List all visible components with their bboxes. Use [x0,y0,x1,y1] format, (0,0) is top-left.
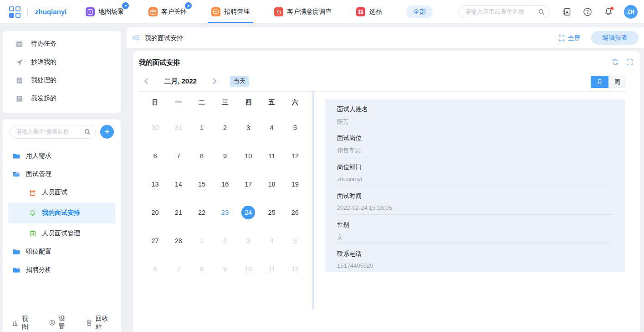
calendar-day[interactable]: 4 [260,227,283,255]
calendar-day[interactable]: 22 [190,198,213,227]
calendar-day[interactable]: 10 [237,142,260,170]
calendar-day[interactable]: 20 [143,198,167,227]
calendar-day[interactable]: 8 [190,255,213,283]
tree-item[interactable]: 职位配置 [3,243,121,261]
calendar-day[interactable]: 2 [214,114,237,142]
apps-grid-logo-icon[interactable] [9,6,20,17]
tree-item[interactable]: 我的面试安排 [8,202,115,223]
calendar-day[interactable]: 3 [237,227,260,255]
app-tab[interactable]: 客户关怀 [148,0,187,23]
calendar-day[interactable]: 26 [283,198,307,227]
app-tab[interactable]: 7地图场景 [86,0,124,23]
workspace-name[interactable]: zhuqianyi [35,8,66,16]
calendar-day[interactable]: 17 [237,170,260,198]
add-button[interactable]: + [100,125,114,139]
tree-item[interactable]: 人员面试 [3,183,121,202]
chevron-right-icon[interactable] [211,78,218,85]
field-value: zhuqianyi [337,176,613,182]
footer-item-label: 视图 [22,315,32,331]
sidebar-search-input[interactable] [10,125,96,139]
view-toggle: 月 周 [591,76,626,88]
calendar-day[interactable]: 11 [260,255,283,283]
calendar-day[interactable]: 9 [214,255,237,283]
calendar-day[interactable]: 4 [260,114,283,142]
footer-item[interactable]: 视图 [12,315,32,331]
calendar-day[interactable]: 13 [143,170,167,198]
calendar-day[interactable]: 14 [167,170,190,198]
topbar: zhuqianyi 7地图场景客户关怀招聘管理客户满意度调查选品 全部 A ? … [0,0,644,24]
chart-icon [12,319,19,326]
calendar-day[interactable]: 9 [214,142,237,170]
calendar-day[interactable]: 1 [190,227,213,255]
avatar[interactable]: ZH [624,5,638,19]
today-button[interactable]: 当天 [230,76,249,87]
calendar-day[interactable]: 1 [190,114,213,142]
calendar-day[interactable]: 19 [283,170,307,198]
fullscreen-button[interactable]: 全屏 [558,34,580,42]
sidebar-item-paper-plane[interactable]: 抄送我的 [3,53,121,71]
detail-field: 岗位部门zhuqianyi [337,157,613,186]
customer-care-app-icon [148,7,158,16]
sidebar-item-calendar-todo[interactable]: 待办任务 [3,35,121,53]
footer-item[interactable]: 设置 [49,315,69,331]
detail-field: 面试岗位销售专员 [337,128,613,157]
tree-item[interactable]: 人员面试管理 [3,224,121,243]
calendar-day[interactable]: 25 [260,198,283,227]
collapse-sidebar-icon[interactable] [132,34,140,42]
all-apps-pill[interactable]: 全部 [406,5,433,18]
calendar-day[interactable]: 3 [237,114,260,142]
detail-field: 联系电话15174405520 [337,244,613,272]
bell-notification-icon[interactable] [604,7,613,16]
directory-icon[interactable]: A [562,7,571,16]
chevron-left-icon[interactable] [143,78,150,85]
calendar-day[interactable]: 16 [214,170,237,198]
calendar-day[interactable]: 5 [283,227,307,255]
week-view-button[interactable]: 周 [608,76,626,88]
calendar-day[interactable]: 28 [167,227,190,255]
calendar-day[interactable]: 24 [237,198,260,227]
calendar-day[interactable]: 6 [143,255,167,283]
calendar-day[interactable]: 5 [283,114,307,142]
app-tab[interactable]: 选品 [356,0,382,23]
sidebar-item-label: 我发起的 [31,94,56,103]
footer-item[interactable]: 回收站 [86,315,112,331]
calendar-day[interactable]: 12 [283,142,307,170]
calendar-day[interactable]: 23 [214,198,237,227]
field-value: 销售专员 [337,146,613,155]
edit-report-button[interactable]: 编辑报表 [591,31,639,45]
topbar-search-input[interactable] [458,5,550,18]
field-label: 岗位部门 [337,163,613,171]
calendar-day[interactable]: 10 [237,255,260,283]
sidebar-quick-panel: 待办任务抄送我的我处理的我发起的 [3,31,121,113]
refresh-icon[interactable] [612,58,619,66]
tree-item[interactable]: 面试管理 [3,165,121,183]
tree-item[interactable]: 用人需求 [3,147,121,165]
tree-item[interactable]: 招聘分析 [3,261,121,279]
app-tab[interactable]: 招聘管理 [211,0,250,23]
divider [27,8,28,16]
sidebar-item-clipboard-check[interactable]: 我处理的 [3,71,121,89]
calendar-day[interactable]: 2 [214,227,237,255]
divider [139,91,625,92]
calendar-day[interactable]: 8 [190,142,213,170]
calendar-day[interactable]: 11 [260,142,283,170]
app-tab-label: 地图场景 [98,8,124,16]
calendar-day[interactable]: 7 [167,142,190,170]
calendar-day[interactable]: 31 [167,114,190,142]
month-view-button[interactable]: 月 [591,76,608,88]
tree-list: 用人需求面试管理人员面试我的面试安排人员面试管理职位配置招聘分析 [3,147,121,279]
expand-icon[interactable] [626,58,633,66]
calendar-day[interactable]: 21 [167,198,190,227]
calendar-day[interactable]: 18 [260,170,283,198]
calendar-day[interactable]: 7 [167,255,190,283]
calendar-day[interactable]: 6 [143,142,167,170]
sidebar-item-doc-edit[interactable]: 我发起的 [3,89,121,108]
app-tab[interactable]: 客户满意度调查 [274,0,332,23]
field-label: 性别 [337,221,613,229]
calendar-day[interactable]: 12 [283,255,307,283]
pin-badge-icon [184,1,193,10]
calendar-day[interactable]: 30 [143,114,167,142]
calendar-day[interactable]: 15 [190,170,213,198]
calendar-day[interactable]: 27 [143,227,167,255]
help-icon[interactable]: ? [583,7,592,16]
